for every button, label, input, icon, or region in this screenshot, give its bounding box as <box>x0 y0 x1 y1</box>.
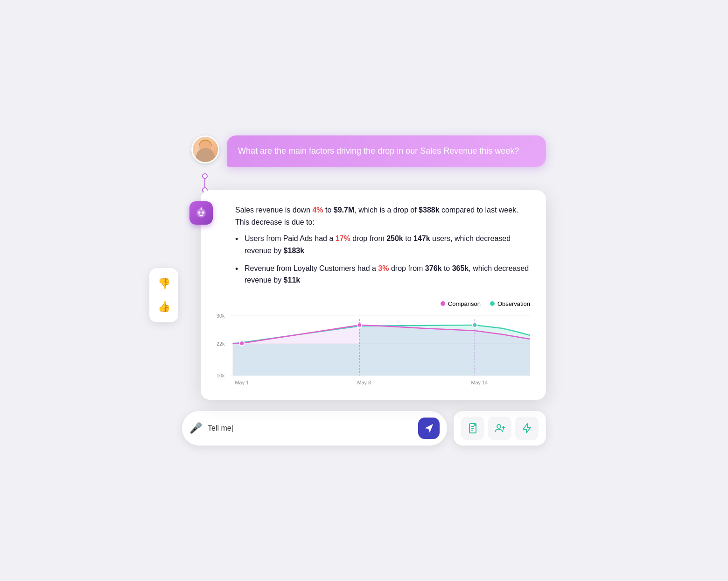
person-add-icon <box>494 423 505 434</box>
robot-icon <box>195 206 208 220</box>
bullet-list: Users from Paid Ads had a 17% drop from … <box>235 233 530 286</box>
legend-observation: Observation <box>490 300 530 307</box>
svg-text:30k: 30k <box>217 313 225 319</box>
chart-area: 30k 22k 10k May 1 May 8 May 14 <box>217 312 530 389</box>
person-add-button[interactable] <box>488 417 511 440</box>
observation-dot <box>490 301 495 306</box>
pct-drop: 4% <box>312 206 323 214</box>
send-icon <box>424 423 434 433</box>
response-text: Sales revenue is down 4% to $9.7M, which… <box>235 204 530 286</box>
thumbs-up-button[interactable]: 👍 <box>155 298 173 316</box>
svg-point-14 <box>239 341 244 346</box>
bullet1-mid: drop from <box>350 234 386 242</box>
user-message-area: What are the main factors driving the dr… <box>182 135 546 167</box>
chart-svg: 30k 22k 10k May 1 May 8 May 14 <box>217 312 530 387</box>
chat-input[interactable] <box>208 424 413 432</box>
bullet1-mid2: to <box>403 234 413 242</box>
bullet2-val2: 365k <box>452 264 469 272</box>
user-message-bubble: What are the main factors driving the dr… <box>227 135 546 167</box>
bullet2-mid2: to <box>441 264 452 272</box>
response-card: Sales revenue is down 4% to $9.7M, which… <box>201 190 546 400</box>
summary-post: , which is a drop of <box>354 206 419 214</box>
response-summary: Sales revenue is down 4% to $9.7M, which… <box>235 204 530 228</box>
bullet2-mid: drop from <box>389 264 425 272</box>
svg-point-23 <box>497 425 501 428</box>
chart-container: Comparison Observation 30k 22k 10k <box>217 296 530 389</box>
legend-comparison: Comparison <box>441 300 481 307</box>
drop-amount: $388k <box>419 206 440 214</box>
svg-text:May 1: May 1 <box>235 380 249 385</box>
bullet2-val1: 376k <box>425 264 442 272</box>
action-panel <box>454 411 546 446</box>
thumbs-up-icon: 👍 <box>158 301 170 313</box>
svg-text:10k: 10k <box>217 373 225 378</box>
bullet1-val2: 147k <box>413 234 430 242</box>
summary-mid: to <box>323 206 334 214</box>
thumbs-down-button[interactable]: 👎 <box>155 275 173 292</box>
input-container: 🎤 <box>182 411 447 446</box>
svg-text:May 14: May 14 <box>471 380 488 385</box>
bolt-button[interactable] <box>515 417 539 440</box>
user-question-text: What are the main factors driving the dr… <box>238 146 519 156</box>
document-button[interactable] <box>461 417 484 440</box>
bullet2-pre: Revenue from Loyalty Customers had a <box>245 264 378 272</box>
comparison-dot <box>441 301 445 306</box>
svg-text:22k: 22k <box>217 341 225 347</box>
chart-legend: Comparison Observation <box>217 300 530 307</box>
avatar <box>191 135 219 163</box>
send-button[interactable] <box>418 418 440 439</box>
bullet1-val3: $183k <box>284 247 305 255</box>
connector-line <box>204 176 205 190</box>
svg-point-1 <box>198 212 201 214</box>
svg-text:May 8: May 8 <box>357 380 371 385</box>
thumbs-down-icon: 👎 <box>158 277 170 290</box>
bullet2-val3: $11k <box>284 276 301 284</box>
bottom-area: 🎤 <box>182 411 546 446</box>
bullet2-pct: 3% <box>378 264 389 272</box>
comparison-label: Comparison <box>448 300 481 307</box>
bolt-icon <box>521 423 532 434</box>
ai-avatar-icon <box>189 201 213 225</box>
connector <box>204 176 546 190</box>
bullet1-val1: 250k <box>386 234 403 242</box>
feedback-panel: 👎 👍 <box>149 268 178 322</box>
document-icon <box>467 423 478 434</box>
bullet1-pre: Users from Paid Ads had a <box>245 234 336 242</box>
svg-point-2 <box>202 212 204 214</box>
svg-point-4 <box>201 207 202 209</box>
bullet1-pct: 17% <box>336 234 350 242</box>
connector-dot-top <box>202 173 208 179</box>
microphone-icon[interactable]: 🎤 <box>189 422 202 434</box>
list-item: Revenue from Loyalty Customers had a 3% … <box>235 262 530 286</box>
summary-pre: Sales revenue is down <box>235 206 312 214</box>
list-item: Users from Paid Ads had a 17% drop from … <box>235 233 530 256</box>
revenue-value: $9.7M <box>334 206 354 214</box>
main-container: What are the main factors driving the dr… <box>182 135 546 446</box>
observation-label: Observation <box>497 300 530 307</box>
